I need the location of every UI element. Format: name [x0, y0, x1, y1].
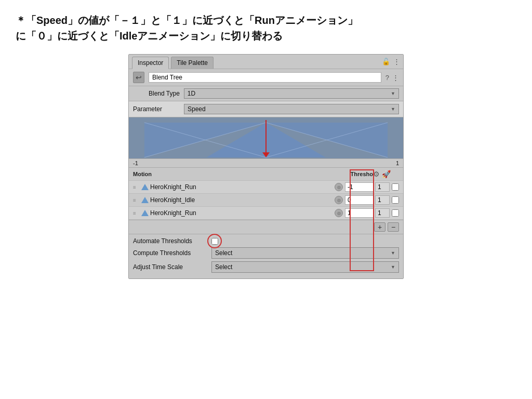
- motion-row: ≡ HeroKnight_Idle ◎: [129, 194, 403, 207]
- blend-type-arrow-icon: ▼: [391, 91, 395, 96]
- motion-col-icons-header: ⚙ 🚀: [373, 170, 399, 178]
- motion-sort-icon[interactable]: ⚙: [373, 170, 380, 178]
- parameter-dropdown[interactable]: Speed ▼: [184, 104, 399, 114]
- range-min: -1: [133, 160, 138, 166]
- motion-row: ≡ HeroKnight_Run ◎: [129, 181, 403, 194]
- motion-row: ≡ HeroKnight_Run ◎: [129, 207, 403, 220]
- blend-tree-name-input[interactable]: [149, 72, 381, 83]
- adjust-dropdown[interactable]: Select ▼: [211, 261, 399, 273]
- adjust-label: Adjust Time Scale: [133, 263, 208, 271]
- blend-type-dropdown[interactable]: 1D ▼: [184, 88, 399, 99]
- bottom-section: Automate Thresholds Compute Thresholds S…: [129, 234, 403, 278]
- blend-type-value: 1D: [188, 90, 195, 97]
- motion-name: HeroKnight_Run: [150, 183, 335, 191]
- more-options-icon[interactable]: ⋮: [393, 58, 400, 65]
- motion-checkbox[interactable]: [392, 209, 399, 217]
- help-icon[interactable]: ?: [385, 74, 389, 82]
- automate-checkbox-wrap: [211, 238, 218, 245]
- automate-thresholds-row: Automate Thresholds: [133, 237, 399, 245]
- motion-extra-icon[interactable]: 🚀: [382, 170, 391, 178]
- range-max: 1: [396, 160, 399, 166]
- parameter-arrow-icon: ▼: [391, 107, 395, 112]
- back-arrow-button[interactable]: ↩: [133, 72, 144, 83]
- col-threshold-header: Thresho: [351, 171, 373, 177]
- motion-extra-input[interactable]: [375, 208, 390, 218]
- adjust-arrow-icon: ▼: [391, 264, 395, 270]
- motion-target-button[interactable]: ◎: [335, 183, 343, 191]
- col-motion-header: Motion: [133, 171, 351, 177]
- parameter-row: Parameter Speed ▼: [129, 101, 403, 117]
- compute-label: Compute Thresholds: [133, 249, 208, 257]
- motion-checkbox[interactable]: [392, 196, 399, 204]
- blend-type-row: Blend Type 1D ▼: [129, 86, 403, 101]
- compute-thresholds-row: Compute Thresholds Select ▼: [133, 247, 399, 259]
- remove-motion-button[interactable]: −: [388, 222, 399, 232]
- panel-header: Inspector Tile Palette 🔓 ⋮: [129, 55, 403, 69]
- add-motion-button[interactable]: +: [374, 222, 385, 232]
- automate-label: Automate Thresholds: [133, 237, 208, 245]
- motion-extra-input[interactable]: [375, 182, 390, 192]
- motion-section: Motion Thresho ⚙ 🚀 ≡ HeroKnight_Run ◎: [129, 168, 403, 220]
- blend-visualization: [129, 117, 403, 159]
- automate-checkbox[interactable]: [211, 238, 218, 245]
- compute-arrow-icon: ▼: [391, 250, 395, 256]
- adjust-value: Select: [215, 263, 232, 271]
- range-labels: -1 1: [129, 159, 403, 168]
- blend-tree-row: ↩ ? ⋮: [129, 69, 403, 86]
- adjust-time-scale-row: Adjust Time Scale Select ▼: [133, 261, 399, 273]
- drag-handle-icon[interactable]: ≡: [133, 197, 141, 203]
- motion-clip-icon: [141, 184, 149, 190]
- motion-clip-icon: [141, 197, 149, 203]
- compute-value: Select: [215, 249, 232, 257]
- parameter-label: Parameter: [133, 105, 180, 113]
- page-title: ＊「Speed」の値が「－１」と「１」に近づくと「Runアニメーション」 に「０…: [16, 12, 516, 44]
- panel-header-icons: 🔓 ⋮: [382, 58, 400, 68]
- motion-table-header: Motion Thresho ⚙ 🚀: [129, 168, 403, 181]
- tab-tile-palette[interactable]: Tile Palette: [171, 57, 214, 69]
- blend-canvas-svg: [129, 117, 403, 158]
- thresho-wrapper: Thresho: [351, 170, 373, 178]
- drag-handle-icon[interactable]: ≡: [133, 210, 141, 216]
- blend-tree-icons: ? ⋮: [385, 74, 399, 82]
- motion-extra-input[interactable]: [375, 195, 390, 205]
- compute-dropdown[interactable]: Select ▼: [211, 247, 399, 259]
- motion-threshold-input[interactable]: [345, 195, 374, 205]
- unity-inspector-panel: Inspector Tile Palette 🔓 ⋮ ↩ ? ⋮ Blend T…: [128, 54, 404, 279]
- add-remove-row: + −: [129, 220, 403, 234]
- motion-name: HeroKnight_Run: [150, 209, 335, 217]
- drag-handle-icon[interactable]: ≡: [133, 184, 141, 190]
- motion-threshold-input[interactable]: [345, 208, 374, 218]
- motion-threshold-input[interactable]: [345, 182, 374, 192]
- motion-target-button[interactable]: ◎: [335, 209, 343, 217]
- tab-inspector[interactable]: Inspector: [132, 57, 169, 69]
- parameter-value: Speed: [188, 105, 206, 113]
- context-menu-icon[interactable]: ⋮: [392, 74, 399, 82]
- blend-type-label: Blend Type: [149, 90, 180, 97]
- motion-clip-icon: [141, 210, 149, 216]
- motion-name: HeroKnight_Idle: [150, 196, 335, 204]
- motion-checkbox[interactable]: [392, 183, 399, 191]
- motion-target-button[interactable]: ◎: [335, 196, 343, 204]
- lock-icon[interactable]: 🔓: [382, 58, 390, 65]
